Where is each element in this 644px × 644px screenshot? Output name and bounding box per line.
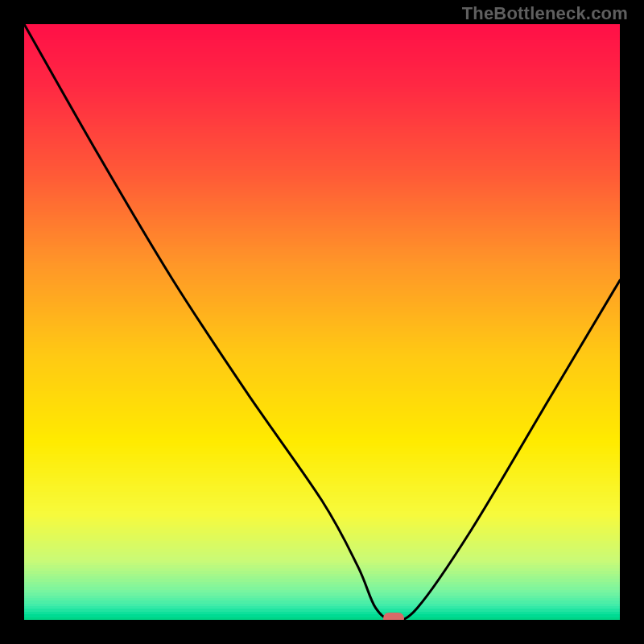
plot-area — [24, 24, 620, 620]
optimal-marker — [383, 613, 404, 620]
bottleneck-curve — [24, 24, 620, 620]
watermark-text: TheBottleneck.com — [462, 3, 628, 24]
chart-frame: TheBottleneck.com — [0, 0, 644, 644]
curve-path — [24, 24, 620, 620]
